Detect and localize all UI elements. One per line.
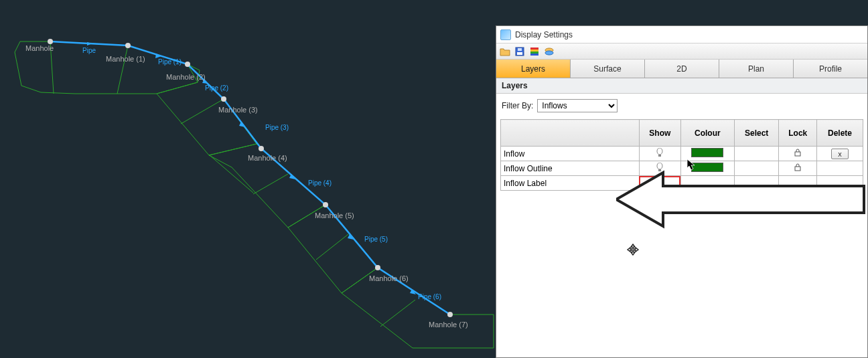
- open-folder-icon[interactable]: [499, 46, 511, 58]
- svg-rect-29: [518, 48, 522, 51]
- col-show[interactable]: Show: [639, 120, 680, 147]
- svg-point-25: [375, 265, 380, 270]
- pipe-label: Pipe (1): [158, 58, 182, 66]
- pipe-label: Pipe (4): [308, 179, 332, 187]
- svg-point-23: [259, 146, 264, 151]
- svg-rect-40: [658, 169, 661, 171]
- manhole-label: Manhole (4): [248, 154, 287, 162]
- svg-point-19: [48, 39, 53, 44]
- svg-point-39: [657, 163, 662, 169]
- select-cell[interactable]: [734, 147, 779, 161]
- manhole-label: Manhole (3): [218, 106, 258, 114]
- lock-icon: [794, 149, 802, 159]
- svg-rect-31: [530, 50, 538, 52]
- lock-icon: [794, 163, 802, 173]
- delete-cell[interactable]: [817, 176, 863, 191]
- colour-swatch: [691, 148, 723, 157]
- pipe-label: Pipe (5): [364, 236, 388, 243]
- tab-surface[interactable]: Surface: [571, 60, 645, 78]
- delete-cell[interactable]: x: [817, 147, 863, 161]
- svg-rect-30: [530, 48, 538, 50]
- pipe-label: Pipe (6): [418, 293, 441, 300]
- svg-point-24: [323, 202, 328, 207]
- svg-rect-43: [658, 184, 661, 186]
- layer-name: Inflow Label: [501, 176, 640, 191]
- show-cell[interactable]: [639, 161, 680, 176]
- pipe-label: Pipe (3): [265, 124, 289, 131]
- filter-row: Filter By: Inflows: [496, 94, 867, 119]
- select-cell[interactable]: [734, 161, 779, 176]
- layers-grid: Show Colour Select Lock Delete Inflow: [500, 119, 863, 191]
- tab-plan[interactable]: Plan: [719, 60, 794, 78]
- col-colour[interactable]: Colour: [680, 120, 734, 147]
- svg-rect-32: [530, 52, 538, 54]
- svg-rect-41: [795, 167, 800, 171]
- bulb-icon: [656, 177, 663, 189]
- pipe-label: Pipe: [82, 47, 96, 54]
- col-lock[interactable]: Lock: [779, 120, 817, 147]
- save-icon[interactable]: [514, 46, 526, 58]
- lock-cell[interactable]: [779, 176, 817, 191]
- svg-line-9: [316, 234, 348, 260]
- select-cell[interactable]: [734, 176, 779, 191]
- delete-button[interactable]: x: [831, 149, 849, 159]
- svg-line-10: [380, 300, 415, 327]
- svg-point-21: [185, 62, 190, 67]
- panel-heading: Layers: [496, 78, 867, 94]
- colour-cell[interactable]: [680, 176, 734, 191]
- col-delete[interactable]: Delete: [817, 120, 863, 147]
- manhole-label: Manhole (5): [315, 211, 354, 219]
- svg-line-11: [210, 155, 253, 193]
- svg-rect-33: [530, 54, 538, 56]
- show-cell[interactable]: [639, 176, 680, 191]
- table-row[interactable]: Inflow Label: [501, 176, 863, 191]
- cad-viewport[interactable]: Manhole Manhole (1) Manhole (2) Manhole …: [0, 0, 496, 358]
- table-row[interactable]: Inflow x: [501, 147, 863, 161]
- cad-drawing: [0, 0, 496, 358]
- manhole-label: Manhole (1): [106, 55, 145, 63]
- lock-cell[interactable]: [779, 161, 817, 176]
- manhole-label: Manhole (6): [369, 274, 409, 282]
- tab-profile[interactable]: Profile: [794, 60, 867, 78]
- filter-label: Filter By:: [502, 101, 533, 110]
- svg-point-36: [657, 148, 662, 155]
- toolbar: [496, 43, 867, 60]
- tabs: Layers Surface 2D Plan Profile: [496, 60, 867, 78]
- filter-select[interactable]: Inflows: [537, 99, 618, 112]
- col-name[interactable]: [501, 120, 640, 147]
- svg-rect-37: [658, 155, 661, 157]
- layer-name: Inflow Outline: [501, 161, 640, 176]
- show-cell[interactable]: [639, 147, 680, 161]
- tab-layers[interactable]: Layers: [496, 60, 571, 78]
- svg-line-6: [117, 46, 128, 94]
- svg-line-8: [253, 174, 288, 194]
- manhole-label: Manhole (7): [429, 321, 468, 329]
- svg-point-20: [125, 43, 131, 48]
- lock-cell[interactable]: [779, 147, 817, 161]
- svg-marker-4: [342, 268, 494, 348]
- svg-point-35: [545, 51, 553, 55]
- layer-name: Inflow: [501, 147, 640, 161]
- app-icon: [500, 29, 511, 40]
- bulb-icon: [656, 148, 663, 159]
- colour-swatch: [691, 163, 723, 172]
- svg-point-42: [657, 177, 662, 184]
- manhole-label: Manhole (2): [166, 73, 206, 81]
- svg-rect-28: [517, 52, 522, 55]
- svg-line-7: [181, 99, 224, 124]
- manhole-label: Manhole: [25, 44, 54, 52]
- layers-icon[interactable]: [543, 46, 555, 58]
- bulb-icon: [656, 163, 663, 174]
- display-settings-dialog: Display Settings Layers Surface 2D Plan …: [496, 25, 868, 358]
- titlebar[interactable]: Display Settings: [496, 26, 867, 43]
- delete-cell[interactable]: [817, 161, 863, 176]
- palette-icon[interactable]: [528, 46, 540, 58]
- svg-point-26: [447, 312, 453, 317]
- table-row[interactable]: Inflow Outline: [501, 161, 863, 176]
- pipe-label: Pipe (2): [205, 84, 228, 92]
- svg-point-22: [221, 96, 226, 102]
- svg-marker-45: [687, 159, 695, 170]
- col-select[interactable]: Select: [734, 120, 779, 147]
- tab-2d[interactable]: 2D: [645, 60, 719, 78]
- dialog-title: Display Settings: [515, 30, 573, 39]
